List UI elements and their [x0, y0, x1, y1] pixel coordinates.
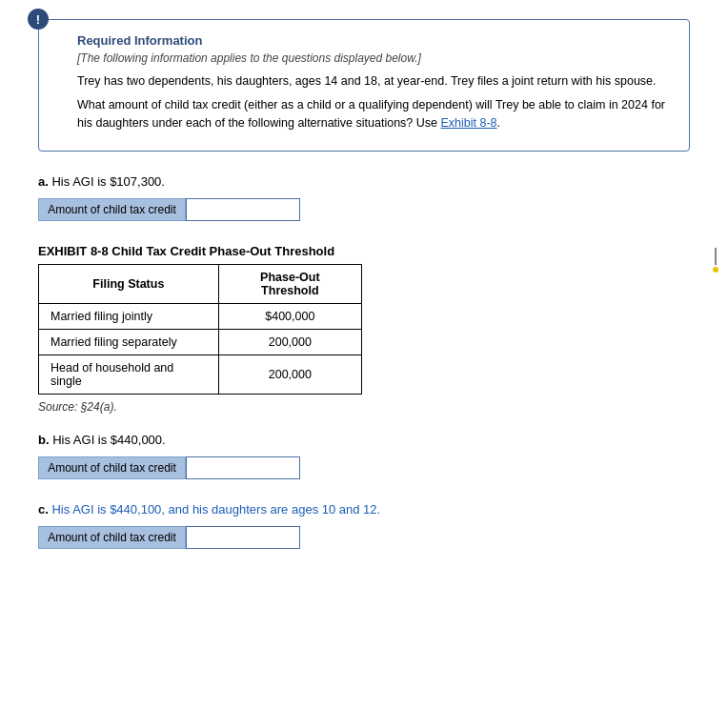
required-info-subtitle: [The following information applies to th…: [77, 51, 674, 65]
section-b-input-label[interactable]: Amount of child tax credit: [38, 456, 186, 479]
exhibit-section: EXHIBIT 8-8 Child Tax Credit Phase-Out T…: [38, 244, 690, 414]
exhibit-cell-1-0: Married filing separately: [39, 330, 219, 355]
info-paragraph-1: Trey has two dependents, his daughters, …: [77, 72, 674, 91]
info-paragraph-2-before: What amount of child tax credit (either …: [77, 98, 665, 130]
section-c-input-row: Amount of child tax credit: [38, 526, 690, 549]
section-a-text: His AGI is $107,300.: [49, 174, 165, 189]
exhibit-col-filing-status: Filing Status: [39, 265, 219, 304]
section-a-letter: a.: [38, 174, 49, 189]
required-info-title: Required Information: [77, 33, 674, 48]
exhibit-cell-0-1: $400,000: [218, 304, 361, 330]
exhibit-header-row: Filing Status Phase-Out Threshold: [39, 265, 362, 304]
section-a-input-label[interactable]: Amount of child tax credit: [38, 198, 186, 221]
section-b-input[interactable]: [186, 456, 300, 479]
info-paragraph-2-after: .: [497, 116, 500, 130]
exhibit-cell-2-0: Head of household and single: [39, 355, 219, 395]
section-a-input-row: Amount of child tax credit: [38, 198, 690, 221]
exhibit-row-2: Head of household and single 200,000: [39, 355, 362, 395]
exhibit-cell-0-0: Married filing jointly: [39, 304, 219, 330]
section-a-label: a. His AGI is $107,300.: [38, 174, 690, 189]
exhibit-row-0: Married filing jointly $400,000: [39, 304, 362, 330]
info-paragraph-2: What amount of child tax credit (either …: [77, 96, 674, 132]
section-c-label: c. His AGI is $440,100, and his daughter…: [38, 502, 690, 517]
section-a-input[interactable]: [186, 198, 300, 221]
exhibit-title: EXHIBIT 8-8 Child Tax Credit Phase-Out T…: [38, 244, 690, 258]
section-a: a. His AGI is $107,300. Amount of child …: [38, 174, 690, 221]
required-info-box: ! Required Information [The following in…: [38, 19, 690, 152]
section-c-input[interactable]: [186, 526, 300, 549]
page-wrapper: ! Required Information [The following in…: [0, 0, 728, 591]
section-b-letter: b.: [38, 433, 50, 447]
exhibit-cell-1-1: 200,000: [218, 330, 361, 355]
section-c-input-label[interactable]: Amount of child tax credit: [38, 526, 186, 549]
section-b-text: His AGI is $440,000.: [50, 433, 166, 447]
section-b-input-row: Amount of child tax credit: [38, 456, 690, 479]
section-c-letter: c.: [38, 502, 49, 517]
scroll-indicator: [713, 248, 718, 273]
exhibit-col-phaseout: Phase-Out Threshold: [218, 265, 361, 304]
exhibit-source: Source: §24(a).: [38, 400, 690, 414]
section-b: b. His AGI is $440,000. Amount of child …: [38, 433, 690, 479]
section-c-text: His AGI is $440,100, and his daughters a…: [49, 502, 380, 517]
exhibit-link[interactable]: Exhibit 8-8: [440, 116, 496, 130]
exhibit-table: Filing Status Phase-Out Threshold Marrie…: [38, 264, 362, 395]
scroll-dot: [713, 267, 718, 273]
exhibit-row-1: Married filing separately 200,000: [39, 330, 362, 355]
exhibit-cell-2-1: 200,000: [218, 355, 361, 395]
scroll-line-top: [715, 248, 717, 265]
section-c: c. His AGI is $440,100, and his daughter…: [38, 502, 690, 549]
info-icon: !: [28, 9, 49, 30]
section-b-label: b. His AGI is $440,000.: [38, 433, 690, 447]
